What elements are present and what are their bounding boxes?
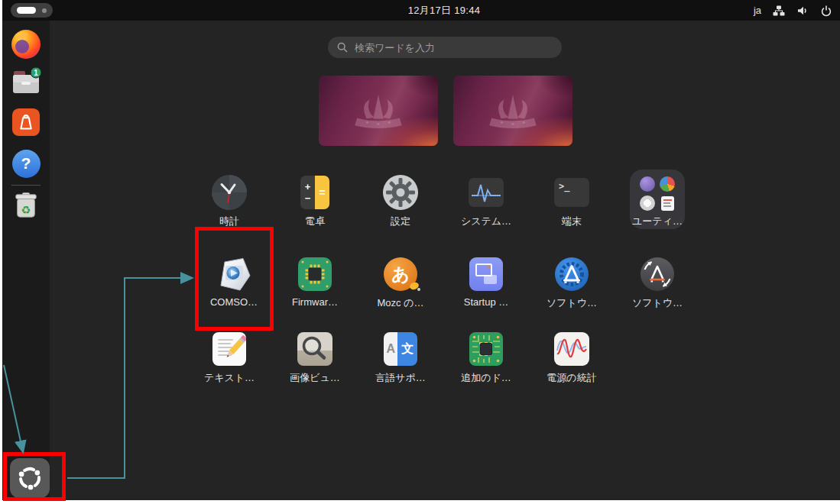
app-label: システム… bbox=[461, 215, 511, 228]
workspace-inactive-dot bbox=[42, 8, 47, 13]
mozc-icon: あ bbox=[383, 257, 418, 292]
workspace-thumbnail-1[interactable] bbox=[319, 76, 438, 146]
tweaks-mini-icon bbox=[640, 176, 655, 192]
app-label: 画像ビュ… bbox=[290, 371, 340, 385]
app-additional-drivers[interactable]: 追加のド… bbox=[448, 331, 524, 385]
app-label: 端末 bbox=[562, 215, 582, 228]
files-badge: 1 bbox=[34, 69, 38, 77]
search-input[interactable] bbox=[353, 41, 547, 54]
app-clock[interactable]: 時計 bbox=[191, 175, 268, 228]
software-store-icon bbox=[554, 257, 589, 292]
app-label: 設定 bbox=[391, 215, 410, 228]
dock-item-firefox[interactable] bbox=[11, 29, 41, 60]
status-area[interactable]: ja bbox=[754, 0, 832, 21]
dock-item-ubuntu-software[interactable] bbox=[11, 107, 41, 137]
dock-separator bbox=[11, 185, 41, 186]
crown-wallpaper-art bbox=[342, 89, 415, 133]
app-language-support[interactable]: A 文 言語サポ… bbox=[362, 331, 439, 385]
workspace-active-dot bbox=[17, 7, 36, 14]
app-label: 電卓 bbox=[305, 215, 325, 228]
ubuntu-software-icon bbox=[11, 108, 41, 137]
app-calculator[interactable]: +− = 電卓 bbox=[277, 175, 353, 228]
startup-disk-icon bbox=[469, 257, 504, 292]
volume-icon bbox=[796, 5, 809, 17]
text-editor-icon bbox=[212, 331, 247, 367]
folder-preview-icons bbox=[640, 176, 675, 211]
language-support-icon: A 文 bbox=[383, 331, 418, 367]
app-system-monitor[interactable]: システム… bbox=[448, 175, 524, 228]
clock-icon bbox=[212, 175, 247, 210]
disks-mini-icon bbox=[640, 195, 655, 211]
app-label: Firmwar… bbox=[292, 296, 338, 308]
app-image-viewer[interactable]: 画像ビュ… bbox=[277, 331, 353, 385]
app-label: 時計 bbox=[219, 215, 239, 228]
crown-wallpaper-art bbox=[476, 89, 550, 133]
software-updater-icon bbox=[640, 257, 675, 292]
firefox-icon bbox=[11, 29, 41, 60]
power-icon bbox=[820, 5, 832, 17]
dash-dock: 1 ? ♻ bbox=[2, 21, 50, 500]
disk-usage-mini-icon bbox=[660, 176, 675, 192]
app-label: 言語サポ… bbox=[375, 371, 426, 385]
app-software-updater[interactable]: ソフトウ… bbox=[619, 257, 696, 310]
search-bar[interactable] bbox=[328, 37, 562, 58]
app-label: COMSO… bbox=[210, 296, 258, 308]
app-mozc-setup[interactable]: あ Mozc の… bbox=[362, 257, 439, 310]
app-settings[interactable]: 設定 bbox=[362, 175, 439, 228]
image-viewer-icon bbox=[297, 331, 332, 367]
app-label: ソフトウ… bbox=[632, 296, 683, 310]
app-label: 追加のド… bbox=[461, 371, 511, 385]
app-software-store[interactable]: ソフトウ… bbox=[534, 257, 610, 310]
clock-menu[interactable]: 12月17日 19:44 bbox=[408, 0, 481, 21]
app-terminal[interactable]: >_ 端末 bbox=[534, 175, 610, 228]
trash-icon: ♻ bbox=[11, 192, 41, 221]
app-firmware[interactable]: Firmwar… bbox=[277, 257, 353, 308]
network-wired-icon bbox=[773, 5, 785, 17]
app-label: 電源の統計 bbox=[546, 371, 596, 385]
app-text-editor[interactable]: テキスト… bbox=[191, 331, 268, 385]
workspace-indicator-pill[interactable] bbox=[11, 3, 53, 18]
desktop-overview: 12月17日 19:44 ja bbox=[0, 0, 840, 504]
search-icon bbox=[337, 42, 348, 53]
app-label: ソフトウ… bbox=[546, 296, 597, 310]
calculator-icon: +− = bbox=[297, 175, 332, 210]
dock-item-files[interactable]: 1 bbox=[11, 67, 41, 98]
app-startup-disk-creator[interactable]: Startup … bbox=[448, 257, 524, 308]
firmware-icon bbox=[297, 257, 332, 292]
help-icon: ? bbox=[12, 150, 41, 178]
settings-gear-icon bbox=[383, 175, 418, 210]
svg-text:♻: ♻ bbox=[21, 204, 31, 216]
additional-drivers-icon bbox=[469, 331, 504, 367]
dock-item-help[interactable]: ? bbox=[11, 148, 41, 179]
app-label: Mozc の… bbox=[378, 296, 424, 310]
app-label: ユーティ… bbox=[632, 215, 683, 228]
app-comsol[interactable]: COMSO… bbox=[196, 257, 272, 308]
dock-item-trash[interactable]: ♻ bbox=[11, 191, 41, 221]
ubuntu-logo-icon bbox=[18, 466, 42, 490]
document-mini-icon bbox=[661, 196, 674, 211]
app-label: Startup … bbox=[464, 296, 509, 308]
system-monitor-icon bbox=[469, 175, 504, 210]
comsol-icon bbox=[216, 257, 251, 292]
input-source-indicator[interactable]: ja bbox=[754, 5, 761, 16]
show-applications-button[interactable] bbox=[10, 458, 50, 498]
app-folder-utilities[interactable]: ユーティ… bbox=[630, 170, 685, 229]
app-label: テキスト… bbox=[204, 371, 255, 385]
app-power-statistics[interactable]: 電源の統計 bbox=[534, 331, 610, 385]
files-icon: 1 bbox=[11, 67, 41, 98]
power-statistics-icon bbox=[554, 331, 589, 367]
terminal-icon: >_ bbox=[554, 175, 589, 210]
workspace-thumbnail-2[interactable] bbox=[453, 76, 572, 146]
top-bar: 12月17日 19:44 ja bbox=[2, 0, 840, 21]
